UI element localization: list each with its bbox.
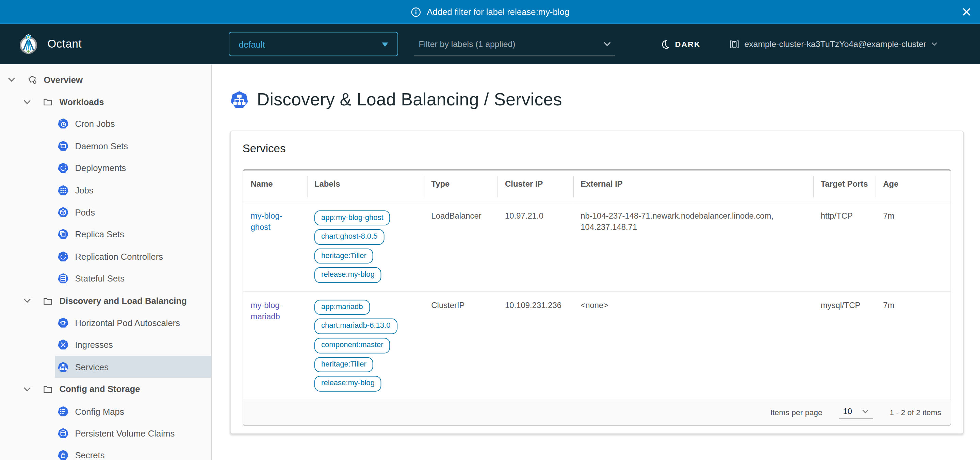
cluster-icon (729, 39, 739, 49)
sidebar-item-label: Cron Jobs (75, 119, 115, 129)
sidebar-item-label: Persistent Volume Claims (75, 428, 175, 438)
deployment-icon (57, 162, 69, 174)
service-icon (57, 362, 69, 373)
sidebar-item-persistent-volume-claims[interactable]: Persistent Volume Claims (55, 422, 211, 444)
app-shell: OverviewWorkloadsCron JobsDaemon SetsDep… (0, 64, 980, 460)
sidebar-item-horizontal-pod-autoscalers[interactable]: Horizontal Pod Autoscalers (55, 312, 211, 334)
column-header-target-ports: Target Ports (813, 170, 876, 201)
sidebar-item-label: Jobs (75, 185, 93, 195)
cell-type: ClusterIP (424, 291, 498, 400)
sidebar-item-label: Workloads (59, 97, 104, 107)
sidebar-item-secrets[interactable]: Secrets (55, 444, 211, 460)
sidebar-item-ingresses[interactable]: Ingresses (55, 334, 211, 356)
app-header: Octant default Filter by labels (1 appli… (0, 24, 980, 64)
chevron-down-icon (603, 41, 611, 47)
sidebar-item-jobs[interactable]: Jobs (55, 179, 211, 201)
configmap-icon (57, 406, 69, 417)
column-header-external-ip: External IP (573, 170, 813, 201)
column-header-age: Age (875, 170, 950, 201)
sidebar-item-services[interactable]: Services (55, 356, 211, 378)
label-chips: app:my-blog-ghostchart:ghost-8.0.5herita… (314, 210, 416, 283)
ingress-icon (57, 339, 69, 351)
sidebar-item-label: Stateful Sets (75, 274, 124, 284)
label-chip[interactable]: component:master (314, 338, 390, 353)
caret-down-icon[interactable] (23, 386, 32, 392)
octant-app: Added filter for label release:my-blog (0, 0, 980, 460)
replicationcontroller-icon (57, 251, 69, 262)
sidebar-item-config-and-storage[interactable]: Config and Storage (0, 378, 211, 400)
folder-icon (43, 384, 53, 394)
secret-icon (57, 450, 69, 460)
sidebar-item-label: Daemon Sets (75, 141, 128, 151)
card-title: Services (243, 143, 951, 156)
hpa-icon (57, 317, 69, 328)
label-chip[interactable]: chart:ghost-8.0.5 (314, 229, 385, 244)
close-icon[interactable] (961, 6, 972, 17)
caret-down-icon[interactable] (8, 77, 16, 82)
page-size-select[interactable]: 10 (839, 406, 873, 420)
cell-external-ip: <none> (573, 291, 813, 400)
cell-age: 7m (875, 201, 950, 291)
pagination: Items per page 10 1 - 2 of 2 items (243, 400, 950, 425)
sidebar-item-replication-controllers[interactable]: Replication Controllers (55, 246, 211, 268)
cell-cluster-ip: 10.109.231.236 (498, 291, 573, 400)
sidebar: OverviewWorkloadsCron JobsDaemon SetsDep… (0, 64, 212, 460)
sidebar-item-daemon-sets[interactable]: Daemon Sets (55, 135, 211, 157)
chevron-down-icon (931, 42, 937, 46)
cell-target-ports: http/TCP (813, 201, 876, 291)
table-row: my-blog-ghost app:my-blog-ghostchart:gho… (243, 201, 950, 291)
label-chip[interactable]: app:my-blog-ghost (314, 210, 390, 225)
label-chip[interactable]: heritage:Tiller (314, 357, 373, 372)
label-chip[interactable]: release:my-blog (314, 268, 382, 283)
caret-down-icon[interactable] (23, 298, 32, 304)
sidebar-item-pods[interactable]: Pods (55, 201, 211, 224)
folder-icon (43, 97, 53, 107)
cluster-selector[interactable]: example-cluster-ka3TuTzYo4a@example-clus… (729, 39, 937, 49)
sidebar-item-label: Discovery and Load Balancing (59, 296, 186, 306)
page-title: Discovery & Load Balancing / Services (257, 90, 562, 110)
sidebar-item-label: Deployments (75, 163, 126, 173)
octant-logo (18, 33, 39, 56)
items-per-page-label: Items per page (770, 408, 822, 417)
theme-label: DARK (675, 40, 701, 49)
main-content: Discovery & Load Balancing / Services Se… (212, 64, 980, 460)
sidebar-item-label: Secrets (75, 450, 105, 460)
cell-labels: app:mariadbchart:mariadb-6.13.0component… (307, 291, 424, 400)
services-card: Services NameLabelsTypeCluster IPExterna… (230, 130, 964, 434)
caret-down-icon (382, 42, 388, 50)
sidebar-item-label: Pods (75, 208, 95, 217)
app-title: Octant (48, 37, 82, 51)
page-title-block: Discovery & Load Balancing / Services (230, 90, 964, 110)
table-row: my-blog-mariadb app:mariadbchart:mariadb… (243, 291, 950, 400)
label-chip[interactable]: chart:mariadb-6.13.0 (314, 319, 398, 334)
pod-icon (57, 207, 69, 218)
service-link[interactable]: my-blog-mariadb (251, 300, 282, 321)
sidebar-item-discovery-and-load-balancing[interactable]: Discovery and Load Balancing (0, 290, 211, 312)
sidebar-item-deployments[interactable]: Deployments (55, 157, 211, 179)
label-chip[interactable]: app:mariadb (314, 300, 370, 315)
sidebar-item-cron-jobs[interactable]: Cron Jobs (55, 113, 211, 135)
sidebar-item-label: Horizontal Pod Autoscalers (75, 318, 180, 328)
app-brand: Octant (0, 33, 229, 56)
label-filter-dropdown[interactable]: Filter by labels (1 applied) (414, 32, 615, 56)
cluster-name: example-cluster-ka3TuTzYo4a@example-clus… (744, 40, 926, 49)
cell-type: LoadBalancer (424, 201, 498, 291)
column-header-name: Name (243, 170, 307, 201)
info-icon (411, 6, 421, 17)
cell-name: my-blog-mariadb (243, 291, 307, 400)
sidebar-item-workloads[interactable]: Workloads (0, 91, 211, 113)
service-link[interactable]: my-blog-ghost (251, 211, 282, 232)
pvc-icon (57, 428, 69, 439)
statefulset-icon (57, 273, 69, 284)
sidebar-item-stateful-sets[interactable]: Stateful Sets (55, 268, 211, 290)
sidebar-item-config-maps[interactable]: Config Maps (55, 400, 211, 422)
sidebar-item-replica-sets[interactable]: Replica Sets (55, 224, 211, 246)
namespace-select[interactable]: default (229, 32, 398, 56)
label-chip[interactable]: heritage:Tiller (314, 248, 373, 263)
sidebar-item-label: Config Maps (75, 406, 124, 416)
caret-down-icon[interactable] (23, 99, 32, 105)
label-chip[interactable]: release:my-blog (314, 376, 382, 391)
services-page-icon (230, 90, 249, 109)
theme-toggle-button[interactable]: DARK (656, 38, 705, 50)
sidebar-item-overview[interactable]: Overview (0, 69, 211, 91)
